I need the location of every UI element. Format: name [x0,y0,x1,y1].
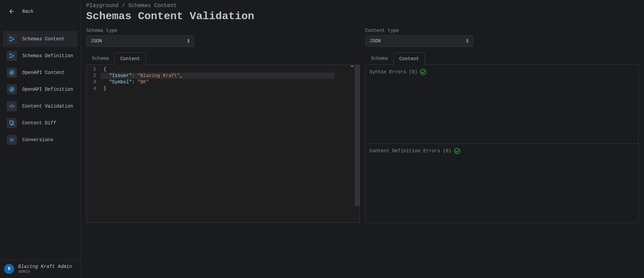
tab-schema-right[interactable]: Schema [365,52,394,65]
right-tabs: Schema Content [365,52,639,65]
schema-tree-icon [7,34,17,44]
validation-results: Syntax Errors (0) Content Definition Err… [365,65,639,223]
svg-point-5 [10,57,11,58]
definition-errors-section: Content Definition Errors (0) [366,144,639,223]
compass-icon [7,68,17,78]
check-circle-icon [454,148,460,154]
sidebar-item-content-validation[interactable]: Content Validation [3,98,78,114]
code-icon [7,101,17,111]
sidebar-nav: Back Schemas Content Schemas Definition … [0,0,80,260]
definition-errors-label: Content Definition Errors [370,148,440,154]
tab-content[interactable]: Content [114,52,146,65]
definition-errors-header: Content Definition Errors (0) [370,148,635,154]
svg-point-2 [10,40,11,41]
swap-icon [7,135,17,145]
content-panel: Content type JSON ▲▼ Schema Content Synt… [365,28,639,223]
diff-icon [7,118,17,128]
svg-rect-12 [10,121,13,124]
schema-panel: Schema type JSON ▲▼ Schema Content 1 2 3… [86,28,360,223]
syntax-errors-label: Syntax Errors [370,69,406,75]
user-footer[interactable]: B Blazing Kraft Admin admin [0,260,80,278]
sidebar-item-label: Schemas Content [22,36,65,42]
content-type-value: JSON [370,38,381,44]
arrow-left-icon [7,6,17,16]
schema-type-select[interactable]: JSON ▲▼ [86,35,194,47]
sidebar-item-label: Content Diff [22,120,56,126]
svg-point-3 [13,39,14,40]
code-content[interactable]: { "Issuer": "Blazing Kraft", "Symbol": "… [101,65,334,223]
code-editor[interactable]: 1 2 3 4 { "Issuer": "Blazing Kraft", "Sy… [86,65,360,223]
chevron-updown-icon: ▲▼ [187,39,190,43]
breadcrumb: Playground / Schemas Content [86,3,639,9]
editor-scrollbar[interactable] [355,65,360,223]
sidebar-item-openapi-content[interactable]: OpenAPI Content [3,65,78,81]
back-label: Back [22,9,34,14]
definition-errors-count: (0) [443,148,451,154]
avatar: B [4,264,14,274]
svg-marker-10 [11,88,13,90]
chevron-updown-icon: ▲▼ [466,39,469,43]
sidebar-item-openapi-definition[interactable]: OpenAPI Definition [3,81,78,97]
compass-icon [7,84,17,94]
back-button[interactable]: Back [3,3,78,19]
sidebar-item-schemas-definition[interactable]: Schemas Definition [3,48,78,64]
user-name: Blazing Kraft Admin [18,264,72,269]
page-title: Schemas Content Validation [86,10,639,23]
svg-point-4 [10,54,11,55]
content-type-select[interactable]: JSON ▲▼ [365,35,473,47]
minimap-preview [351,66,353,67]
sidebar-item-label: Schemas Definition [22,53,73,58]
schema-type-value: JSON [91,38,102,44]
content-type-label: Content type [365,28,639,33]
syntax-errors-header: Syntax Errors (0) [370,69,635,75]
minimap[interactable] [335,65,355,223]
breadcrumb-parent[interactable]: Playground [86,3,118,9]
main-content: Playground / Schemas Content Schemas Con… [81,0,644,278]
schema-type-label: Schema type [86,28,360,33]
tab-schema[interactable]: Schema [86,52,114,65]
sidebar-item-label: Content Validation [22,104,73,109]
user-role: admin [18,269,72,274]
tab-content-right[interactable]: Content [394,52,425,65]
check-circle-icon [420,69,426,75]
syntax-errors-count: (0) [409,69,417,75]
breadcrumb-separator: / [122,3,125,9]
sidebar: Back Schemas Content Schemas Definition … [0,0,81,278]
sidebar-item-label: Conversions [22,137,53,143]
breadcrumb-current: Schemas Content [128,3,177,9]
sidebar-item-label: OpenAPI Definition [22,87,73,92]
svg-marker-8 [11,72,13,74]
sidebar-item-conversions[interactable]: Conversions [3,132,78,148]
sidebar-item-label: OpenAPI Content [22,70,65,75]
svg-point-6 [13,55,14,56]
user-info: Blazing Kraft Admin admin [18,264,72,274]
svg-point-1 [10,37,11,38]
line-gutter: 1 2 3 4 [87,65,101,223]
sidebar-item-content-diff[interactable]: Content Diff [3,115,78,131]
left-tabs: Schema Content [86,52,360,65]
syntax-errors-section: Syntax Errors (0) [366,65,639,144]
schema-tree-icon [7,51,17,61]
panels: Schema type JSON ▲▼ Schema Content 1 2 3… [86,28,639,223]
scrollbar-thumb[interactable] [355,65,360,206]
sidebar-item-schemas-content[interactable]: Schemas Content [3,31,78,47]
svg-line-11 [11,105,12,108]
